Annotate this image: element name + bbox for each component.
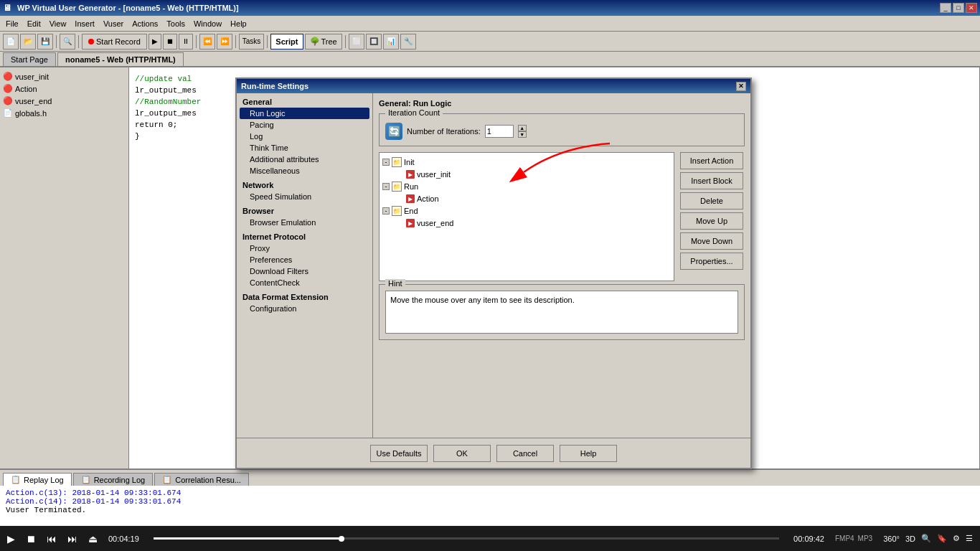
menu-help[interactable]: Help	[226, 18, 251, 29]
cancel-button[interactable]: Cancel	[496, 445, 554, 462]
menu-edit[interactable]: Edit	[23, 18, 45, 29]
sidebar-additional-attrs[interactable]: Additional attributes	[240, 154, 369, 165]
rl-run[interactable]: - 📁 Run	[382, 180, 671, 193]
delete-button[interactable]: Delete	[680, 192, 743, 209]
menu-actions[interactable]: Actions	[128, 18, 162, 29]
toolbar-stop[interactable]: ⏹	[163, 34, 177, 50]
move-up-button[interactable]: Move Up	[680, 212, 743, 230]
tree-item-globals[interactable]: 📄 globals.h	[3, 107, 126, 119]
toolbar-misc2[interactable]: 🔲	[366, 34, 382, 50]
help-button[interactable]: Help	[560, 445, 617, 462]
toolbar-step-back[interactable]: ⏪	[199, 34, 215, 50]
menu-tools[interactable]: Tools	[162, 18, 189, 29]
progress-bar[interactable]	[154, 537, 779, 540]
start-record-button[interactable]: Start Record	[82, 34, 147, 50]
rl-vuser-end[interactable]: ▶ vuser_end	[382, 217, 671, 229]
spin-up[interactable]: ▲	[518, 125, 527, 131]
menu-vuser[interactable]: Vuser	[99, 18, 128, 29]
tab-correlation[interactable]: 📋 Correlation Resu...	[154, 473, 249, 486]
runtime-settings-dialog: Run-time Settings ✕ General Run Logic Pa…	[235, 77, 752, 469]
tree-item-action[interactable]: 🔴 Action	[3, 83, 126, 95]
sidebar-configuration[interactable]: Configuration	[240, 303, 369, 314]
menu-window[interactable]: Window	[189, 18, 226, 29]
next-button[interactable]: ⏭	[67, 533, 77, 545]
insert-action-button[interactable]: Insert Action	[680, 152, 743, 169]
title-bar-buttons[interactable]: _ □ ✕	[940, 3, 977, 13]
toolbar-pause[interactable]: ⏸	[179, 34, 193, 50]
toolbar-misc4[interactable]: 🔧	[400, 34, 416, 50]
sidebar-log[interactable]: Log	[240, 131, 369, 142]
bookmark-icon[interactable]: 🔖	[937, 534, 947, 543]
menu-icon[interactable]: ☰	[966, 534, 973, 543]
end-label: End	[404, 207, 418, 215]
tab-replay-log[interactable]: 📋 Replay Log	[3, 473, 72, 486]
rl-vuser-init[interactable]: ▶ vuser_init	[382, 169, 671, 180]
menu-view[interactable]: View	[45, 18, 71, 29]
sidebar-internet-protocol[interactable]: Internet Protocol	[240, 231, 369, 242]
correlation-icon: 📋	[162, 475, 172, 484]
status-bar: ▶ ⏹ ⏮ ⏭ ⏏ 00:04:19 00:09:42 FMP4 MP3 360…	[0, 526, 980, 551]
rl-init[interactable]: - 📁 Init	[382, 156, 671, 169]
iterations-label: Number of Iterations:	[407, 127, 481, 136]
sidebar-miscellaneous[interactable]: Miscellaneous	[240, 165, 369, 176]
sidebar-run-logic[interactable]: Run Logic	[240, 108, 369, 119]
end-expand[interactable]: -	[382, 207, 390, 215]
toolbar-misc1[interactable]: ⬜	[349, 34, 364, 50]
toolbar-step[interactable]: ⏩	[217, 34, 232, 50]
sidebar-content-check[interactable]: ContentCheck	[240, 277, 369, 288]
maximize-button[interactable]: □	[953, 3, 964, 13]
toolbar-misc3[interactable]: 📊	[383, 34, 399, 50]
ok-button[interactable]: OK	[433, 445, 491, 462]
menu-insert[interactable]: Insert	[70, 18, 99, 29]
insert-block-button[interactable]: Insert Block	[680, 172, 743, 189]
sidebar-speed-simulation[interactable]: Speed Simulation	[240, 191, 369, 202]
init-icon: 📁	[392, 157, 402, 167]
iterations-input[interactable]	[485, 125, 514, 138]
toolbar-save[interactable]: 💾	[37, 34, 53, 50]
close-button[interactable]: ✕	[966, 3, 977, 13]
tree-item-vuser-init[interactable]: 🔴 vuser_init	[3, 70, 126, 83]
toolbar-search[interactable]: 🔍	[60, 34, 75, 50]
prev-button[interactable]: ⏮	[47, 533, 57, 545]
sidebar-general[interactable]: General	[240, 96, 369, 108]
sidebar-proxy[interactable]: Proxy	[240, 242, 369, 254]
sidebar-browser-emulation[interactable]: Browser Emulation	[240, 217, 369, 228]
spin-down[interactable]: ▼	[518, 131, 527, 138]
rl-action[interactable]: ▶ Action	[382, 193, 671, 204]
search-icon[interactable]: 🔍	[921, 534, 931, 543]
move-down-button[interactable]: Move Down	[680, 232, 743, 250]
tab-recording-log[interactable]: 📋 Recording Log	[73, 473, 154, 486]
sidebar-preferences[interactable]: Preferences	[240, 254, 369, 265]
tab-noname5[interactable]: noname5 - Web (HTTP/HTML)	[57, 52, 184, 66]
use-defaults-button[interactable]: Use Defaults	[370, 445, 428, 462]
menu-file[interactable]: File	[1, 18, 23, 29]
sidebar-data-format[interactable]: Data Format Extension	[240, 291, 369, 303]
tab-start-page[interactable]: Start Page	[3, 52, 56, 66]
properties-button[interactable]: Properties...	[680, 253, 743, 270]
dialog-close-button[interactable]: ✕	[736, 82, 746, 91]
toolbar-new[interactable]: 📄	[3, 34, 19, 50]
sidebar-browser[interactable]: Browser	[240, 205, 369, 217]
settings-icon[interactable]: ⚙	[953, 534, 960, 543]
format1-badge: FMP4	[835, 534, 854, 542]
stop-button[interactable]: ⏹	[26, 533, 36, 545]
run-expand[interactable]: -	[382, 183, 390, 190]
toolbar-play[interactable]: ▶	[149, 34, 161, 50]
init-expand[interactable]: -	[382, 159, 390, 166]
record-dot	[88, 39, 94, 44]
minimize-button[interactable]: _	[940, 3, 951, 13]
rl-end[interactable]: - 📁 End	[382, 204, 671, 217]
tree-button[interactable]: 🌳 Tree	[305, 34, 342, 50]
tree-item-vuser-end[interactable]: 🔴 vuser_end	[3, 95, 126, 107]
eject-button[interactable]: ⏏	[88, 533, 98, 545]
sidebar-download-filters[interactable]: Download Filters	[240, 265, 369, 277]
play-button[interactable]: ▶	[7, 533, 15, 545]
sidebar-network[interactable]: Network	[240, 179, 369, 191]
script-button[interactable]: Script	[270, 34, 303, 50]
dialog-footer: Use Defaults OK Cancel Help	[237, 438, 750, 468]
current-time: 00:04:19	[108, 534, 139, 543]
sidebar-think-time[interactable]: Think Time	[240, 142, 369, 154]
toolbar-open[interactable]: 📂	[20, 34, 36, 50]
sidebar-pacing[interactable]: Pacing	[240, 119, 369, 131]
tasks-button[interactable]: Tasks	[239, 34, 265, 50]
